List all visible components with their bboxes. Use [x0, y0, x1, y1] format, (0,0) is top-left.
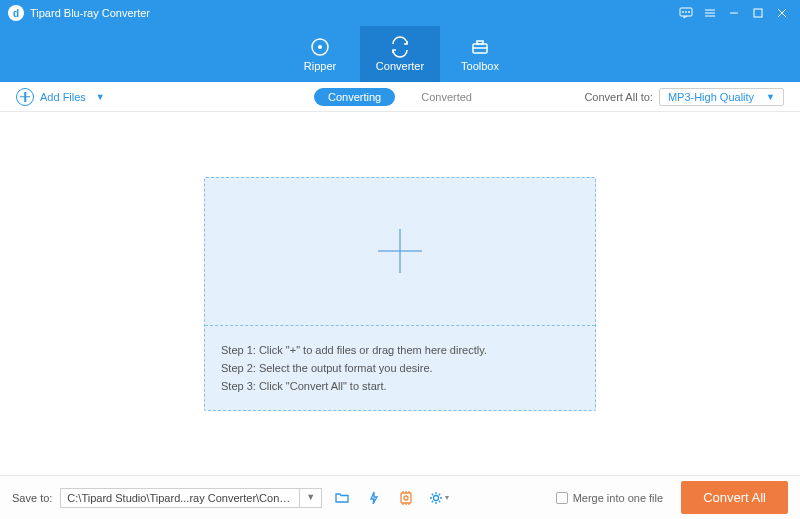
nav-ripper-label: Ripper [304, 60, 336, 72]
gpu-button[interactable] [394, 486, 418, 510]
plus-circle-icon [16, 88, 34, 106]
menu-icon[interactable] [698, 1, 722, 25]
svg-point-17 [404, 496, 408, 500]
svg-rect-14 [477, 41, 483, 44]
main-area: Step 1: Click "+" to add files or drag t… [0, 112, 800, 475]
chevron-down-icon: ▼ [766, 92, 775, 102]
nav-converter[interactable]: Converter [360, 26, 440, 82]
dropzone-steps: Step 1: Click "+" to add files or drag t… [205, 326, 595, 410]
feedback-icon[interactable] [674, 1, 698, 25]
app-title: Tipard Blu-ray Converter [30, 7, 150, 19]
bottombar: Save to: C:\Tipard Studio\Tipard...ray C… [0, 475, 800, 519]
chevron-down-icon: ▼ [96, 92, 105, 102]
titlebar: d Tipard Blu-ray Converter [0, 0, 800, 26]
add-files-label: Add Files [40, 91, 86, 103]
status-tabs: Converting Converted [314, 88, 486, 106]
hardware-accel-button[interactable] [362, 486, 386, 510]
save-path-dropdown[interactable]: ▼ [300, 488, 322, 508]
tab-converted[interactable]: Converted [407, 88, 486, 106]
output-format-value: MP3-High Quality [668, 91, 754, 103]
dropzone-add-area[interactable] [205, 178, 595, 326]
minimize-button[interactable] [722, 1, 746, 25]
save-path-field[interactable]: C:\Tipard Studio\Tipard...ray Converter\… [60, 488, 300, 508]
step-1: Step 1: Click "+" to add files or drag t… [221, 344, 579, 356]
nav-ripper[interactable]: Ripper [280, 26, 360, 82]
svg-point-12 [318, 45, 322, 49]
app-logo-icon: d [8, 5, 24, 21]
svg-point-3 [689, 12, 690, 13]
merge-label: Merge into one file [573, 492, 664, 504]
nav-toolbox[interactable]: Toolbox [440, 26, 520, 82]
checkbox-icon [556, 492, 568, 504]
maximize-button[interactable] [746, 1, 770, 25]
svg-rect-16 [401, 493, 411, 503]
settings-button[interactable]: ▾ [426, 486, 450, 510]
save-to-label: Save to: [12, 492, 52, 504]
convert-all-button[interactable]: Convert All [681, 481, 788, 514]
close-button[interactable] [770, 1, 794, 25]
convert-all-to-label: Convert All to: [584, 91, 652, 103]
step-3: Step 3: Click "Convert All" to start. [221, 380, 579, 392]
nav-converter-label: Converter [376, 60, 424, 72]
dropzone: Step 1: Click "+" to add files or drag t… [204, 177, 596, 411]
output-format-select[interactable]: MP3-High Quality ▼ [659, 88, 784, 106]
tab-converting[interactable]: Converting [314, 88, 395, 106]
svg-point-24 [433, 495, 438, 500]
svg-point-1 [683, 12, 684, 13]
svg-point-2 [686, 12, 687, 13]
plus-icon [378, 229, 422, 273]
main-nav: Ripper Converter Toolbox [0, 26, 800, 82]
add-files-button[interactable]: Add Files ▼ [16, 88, 105, 106]
merge-checkbox[interactable]: Merge into one file [556, 492, 664, 504]
toolbar: Add Files ▼ Converting Converted Convert… [0, 82, 800, 112]
step-2: Step 2: Select the output format you des… [221, 362, 579, 374]
open-folder-button[interactable] [330, 486, 354, 510]
nav-toolbox-label: Toolbox [461, 60, 499, 72]
svg-rect-8 [754, 9, 762, 17]
